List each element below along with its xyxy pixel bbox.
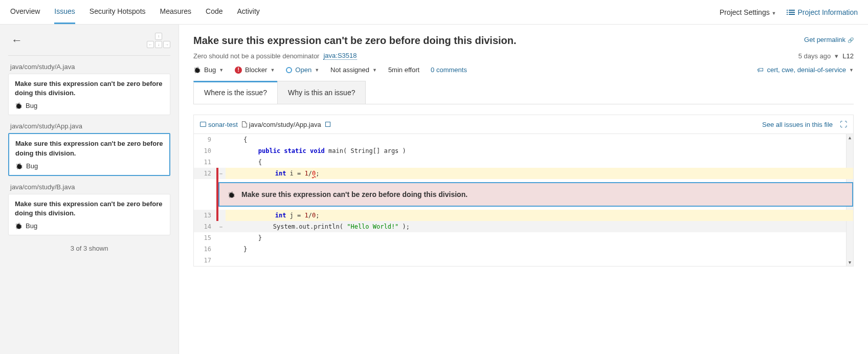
see-all-issues-link[interactable]: See all issues in this file — [762, 121, 833, 128]
open-new-window-icon[interactable] — [325, 122, 330, 127]
line-number: 15 — [194, 232, 216, 244]
detail-tabs: Where is the issue? Why is this an issue… — [193, 81, 854, 104]
line-number: 16 — [194, 244, 216, 255]
back-arrow[interactable]: ← — [8, 33, 26, 48]
issue-title: Make sure this expression can't be zero … — [193, 35, 854, 47]
issue-card-title: Make sure this expression can't be zero … — [15, 200, 164, 218]
project-settings-dropdown[interactable]: Project Settings ▼ — [720, 8, 776, 16]
tab-issues[interactable]: Issues — [54, 0, 75, 24]
line-number: 10 — [194, 145, 216, 157]
top-nav: Overview Issues Security Hotspots Measur… — [0, 0, 868, 25]
line-number: 9 — [194, 134, 216, 145]
issue-severity-dropdown[interactable]: !Blocker▼ — [235, 66, 275, 74]
link-icon — [848, 36, 854, 43]
tab-why[interactable]: Why is this an issue? — [277, 81, 366, 104]
issue-comments-link[interactable]: 0 comments — [431, 66, 467, 74]
nav-tabs: Overview Issues Security Hotspots Measur… — [10, 0, 260, 24]
file-path: java/com/study/A.java — [8, 63, 170, 71]
issue-age: 5 days ago — [798, 52, 831, 60]
file-icon — [242, 121, 247, 127]
issue-status-dropdown[interactable]: Open▼ — [286, 66, 319, 74]
rule-description: Zero should not be a possible denominato… — [193, 52, 319, 60]
project-link[interactable]: sonar-test — [200, 121, 238, 128]
project-information-link[interactable]: Project Information — [789, 8, 858, 16]
issue-tags-dropdown[interactable]: 🏷cert, cwe, denial-of-service▼ — [757, 66, 854, 74]
tag-icon: 🏷 — [757, 66, 764, 74]
issue-type-label: Bug — [26, 222, 37, 230]
file-path-label: java/com/study/App.java — [242, 121, 321, 128]
issue-type-label: Bug — [26, 162, 38, 170]
file-group: java/com/study/A.java Make sure this exp… — [8, 63, 170, 115]
line-number: 12 — [194, 168, 216, 179]
bug-icon — [15, 222, 23, 230]
keyboard-hint: ↑ ←↓→ — [147, 33, 170, 48]
issue-card-title: Make sure this expression can't be zero … — [15, 79, 164, 98]
issue-card[interactable]: Make sure this expression can't be zero … — [8, 194, 170, 235]
blocker-icon: ! — [235, 67, 242, 74]
issue-type-dropdown[interactable]: Bug▼ — [193, 66, 224, 74]
get-permalink-link[interactable]: Get permalink — [804, 36, 854, 43]
file-group: java/com/study/App.java Make sure this e… — [8, 122, 170, 175]
issues-sidebar: ← ↑ ←↓→ java/com/study/A.java Make sure … — [0, 25, 179, 354]
tab-where[interactable]: Where is the issue? — [193, 81, 278, 104]
issue-effort: 5min effort — [388, 66, 419, 74]
issue-card-title: Make sure this expression can't be zero … — [15, 139, 163, 158]
bug-icon — [15, 102, 23, 109]
issue-card-selected[interactable]: Make sure this expression can't be zero … — [8, 133, 170, 175]
list-icon — [789, 10, 795, 15]
shown-count: 3 of 3 shown — [8, 245, 170, 252]
tab-measures[interactable]: Measures — [160, 0, 191, 24]
bug-icon — [15, 162, 23, 170]
code-body: ▲▼ 9 { 10 public static void main( Strin… — [194, 134, 853, 266]
file-path: java/com/study/App.java — [8, 122, 170, 130]
issue-assignee-dropdown[interactable]: Not assigned▼ — [330, 66, 377, 74]
rule-key-link[interactable]: java:S3518 — [323, 52, 357, 60]
tab-activity[interactable]: Activity — [237, 0, 259, 24]
tab-overview[interactable]: Overview — [10, 0, 40, 24]
bug-icon — [228, 190, 235, 198]
inline-issue-message: Make sure this expression can't be zero … — [241, 190, 468, 198]
folder-icon — [200, 122, 206, 127]
line-number: 11 — [194, 157, 216, 168]
tab-security-hotspots[interactable]: Security Hotspots — [90, 0, 146, 24]
line-number: 17 — [194, 255, 216, 266]
expand-icon[interactable]: ⛶ — [840, 120, 847, 128]
file-path: java/com/study/B.java — [8, 183, 170, 191]
issue-card[interactable]: Make sure this expression can't be zero … — [8, 74, 170, 115]
line-number: 14 — [194, 221, 216, 232]
code-panel: sonar-test java/com/study/App.java See a… — [193, 115, 854, 267]
bug-icon — [193, 66, 201, 74]
issue-type-label: Bug — [26, 102, 37, 109]
open-status-icon — [286, 67, 292, 73]
inline-issue-box[interactable]: Make sure this expression can't be zero … — [218, 182, 853, 207]
issue-main: Make sure this expression can't be zero … — [179, 25, 868, 354]
issue-line: L12 — [842, 52, 854, 60]
line-number: 13 — [194, 210, 216, 221]
tab-code[interactable]: Code — [206, 0, 222, 24]
file-group: java/com/study/B.java Make sure this exp… — [8, 183, 170, 235]
